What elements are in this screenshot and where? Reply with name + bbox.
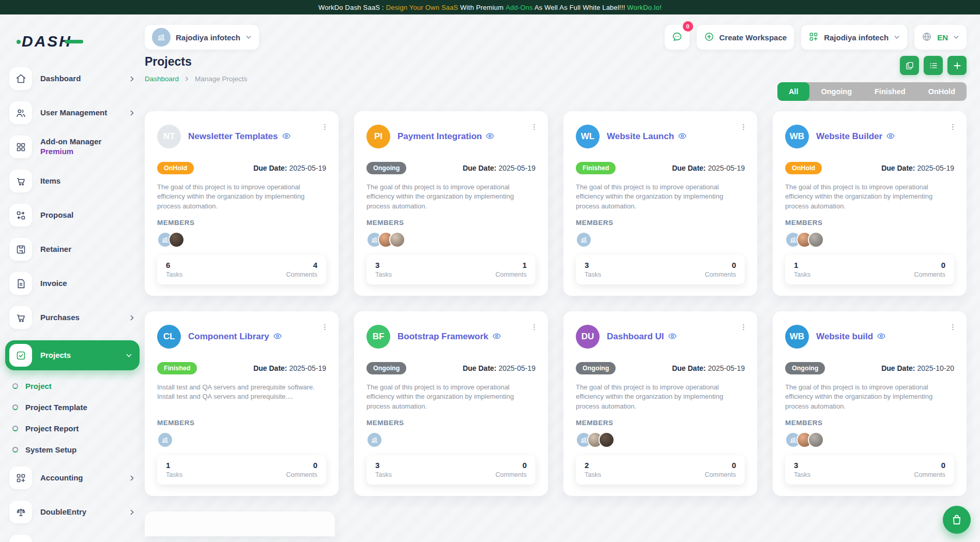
plus-circle-icon	[704, 32, 714, 43]
chevron-right-icon	[129, 110, 135, 116]
breadcrumb-dashboard-link[interactable]: Dashboard	[145, 75, 179, 83]
members-label: MEMBERS	[366, 419, 535, 427]
project-title-link[interactable]: Website Builder	[816, 131, 895, 142]
members-row	[157, 232, 326, 248]
card-menu-icon[interactable]	[739, 323, 748, 332]
filter-ongoing[interactable]: Ongoing	[809, 82, 863, 101]
sidebar-item-invoice[interactable]: Invoice	[9, 272, 135, 295]
project-description: The goal of this project is to improve o…	[366, 383, 535, 412]
chevron-right-icon	[129, 76, 135, 82]
project-title-link[interactable]: Dashboard UI	[607, 332, 677, 342]
status-badge: OnHold	[157, 162, 194, 174]
sidebar-item-items[interactable]: Items	[9, 170, 135, 192]
copy-export-button[interactable]	[900, 56, 919, 75]
sidebar-item-doubleentry[interactable]: DoubleEntry	[9, 501, 135, 523]
project-title-link[interactable]: Website build	[816, 332, 886, 342]
project-title-link[interactable]: Website Launch	[607, 131, 687, 142]
tasks-stat: 3Tasks	[794, 461, 810, 479]
chevron-right-icon	[129, 314, 135, 321]
banner-text: WorkDo.Io!	[627, 4, 662, 11]
sidebar-item-accounting[interactable]: Accounting	[9, 466, 135, 489]
sidebar-item-label: User Management	[40, 108, 120, 118]
card-menu-icon[interactable]	[530, 123, 539, 131]
sidebar-item-proposal[interactable]: Proposal	[9, 204, 135, 227]
sidebar-subitem-label: System Setup	[25, 445, 76, 454]
bullet-ring-icon	[12, 404, 18, 410]
due-date-label: Due Date:	[253, 364, 289, 372]
project-avatar: WB	[785, 125, 809, 148]
tasks-stat: 6Tasks	[166, 261, 182, 279]
project-card: WBWebsite buildOngoingDue Date: 2025-10-…	[773, 311, 967, 496]
sidebar-item-label: DoubleEntry	[40, 507, 120, 517]
comments-stat: 4Comments	[286, 261, 317, 279]
sidebar-subitem-project[interactable]: Project	[12, 382, 135, 390]
eye-icon[interactable]	[668, 332, 677, 341]
banner-text: Add-Ons	[506, 4, 533, 11]
due-date-label: Due Date:	[672, 164, 708, 172]
workspace-selector[interactable]: Rajodiya infotech	[145, 25, 259, 50]
breadcrumb-current: Manage Projects	[195, 75, 247, 83]
sidebar-item-label: Add-on ManagerPremium	[40, 137, 135, 157]
language-selector[interactable]: EN	[914, 25, 967, 50]
sidebar-item-label: Accounting	[40, 473, 120, 483]
filter-all[interactable]: All	[777, 82, 810, 101]
card-menu-icon[interactable]	[948, 323, 957, 332]
chevron-down-icon	[953, 34, 959, 40]
bullet-ring-icon	[12, 426, 18, 431]
members-label: MEMBERS	[157, 419, 326, 427]
project-title-link[interactable]: Payment Integration	[397, 131, 495, 142]
card-menu-icon[interactable]	[320, 323, 329, 332]
card-menu-icon[interactable]	[320, 123, 329, 131]
eye-icon[interactable]	[886, 131, 895, 141]
card-actions	[900, 56, 967, 75]
sidebar-item-dashboard[interactable]: Dashboard	[9, 67, 135, 90]
store-fab-button[interactable]	[943, 506, 971, 534]
project-title-link[interactable]: Bootstrap Framework	[397, 332, 501, 342]
sidebar-item-projects[interactable]: Projects	[5, 340, 140, 370]
workspace-menu-name: Rajodiya infotech	[824, 33, 889, 42]
bullet-ring-icon	[12, 383, 18, 389]
banner-text: Design Your Own SaaS	[386, 4, 458, 11]
eye-icon[interactable]	[492, 332, 501, 341]
project-card: WLWebsite LaunchFinishedDue Date: 2025-0…	[563, 111, 757, 296]
sidebar-item-purchases[interactable]: Purchases	[9, 306, 135, 329]
eye-icon[interactable]	[282, 131, 291, 141]
card-menu-icon[interactable]	[948, 123, 957, 131]
filter-onhold[interactable]: OnHold	[917, 82, 967, 101]
comments-stat: 0Comments	[496, 461, 527, 479]
status-badge: Ongoing	[366, 362, 406, 374]
due-date-label: Due Date:	[253, 164, 289, 172]
sidebar-item-add-on-manager[interactable]: Add-on ManagerPremium	[9, 136, 135, 158]
sidebar-item-hrm[interactable]: HRM	[9, 535, 135, 542]
messages-badge: 0	[683, 21, 693, 32]
sidebar-item-label: Projects	[40, 351, 117, 360]
due-date-value: 2025-05-19	[498, 364, 535, 372]
card-menu-icon[interactable]	[739, 123, 748, 131]
eye-icon[interactable]	[877, 332, 886, 341]
chevron-right-icon	[129, 509, 135, 516]
sidebar-subitem-project-template[interactable]: Project Template	[12, 403, 135, 412]
filter-finished[interactable]: Finished	[863, 82, 917, 101]
sidebar-item-retainer[interactable]: Retainer	[9, 238, 135, 261]
comments-stat: 0Comments	[914, 261, 945, 279]
add-project-button[interactable]	[947, 56, 967, 75]
sidebar-subitem-project-report[interactable]: Project Report	[12, 424, 135, 433]
project-description: The goal of this project is to improve o…	[785, 183, 954, 212]
create-workspace-button[interactable]: Create Workspace	[697, 25, 794, 50]
eye-icon[interactable]	[273, 332, 282, 341]
app-logo[interactable]: DASH	[22, 30, 135, 53]
proposal-icon	[9, 204, 32, 227]
messages-button[interactable]: 0	[665, 25, 690, 50]
eye-icon[interactable]	[678, 131, 687, 141]
members-row	[576, 232, 745, 248]
sidebar-item-user-management[interactable]: User Management	[9, 101, 135, 124]
members-label: MEMBERS	[785, 419, 954, 427]
workspace-menu[interactable]: Rajodiya infotech	[801, 25, 907, 50]
card-menu-icon[interactable]	[530, 323, 539, 332]
eye-icon[interactable]	[485, 131, 495, 141]
project-title-link[interactable]: Newsletter Templates	[188, 131, 291, 142]
project-title-link[interactable]: Component Library	[188, 332, 282, 342]
card-stats: 3Tasks0Comments	[366, 455, 535, 485]
list-view-button[interactable]	[924, 56, 943, 75]
sidebar-subitem-system-setup[interactable]: System Setup	[12, 445, 135, 454]
